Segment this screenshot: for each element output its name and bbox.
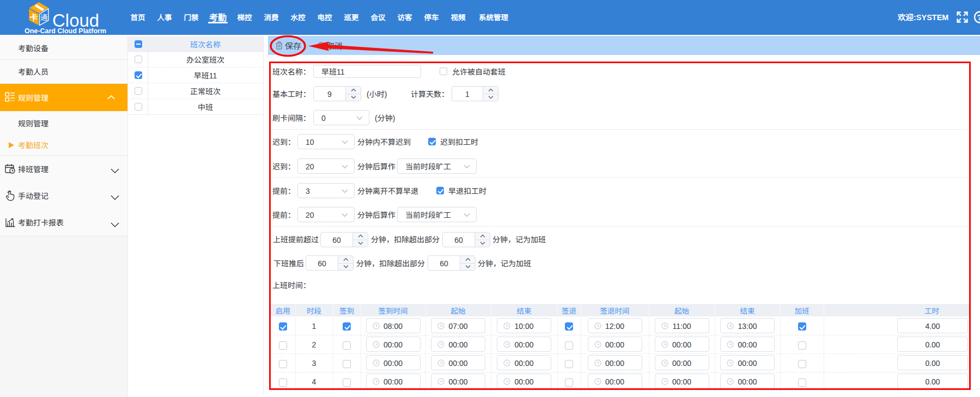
svg-text:通: 通: [40, 11, 48, 22]
svg-text:卡: 卡: [29, 11, 38, 23]
svg-text:?: ?: [977, 11, 980, 22]
